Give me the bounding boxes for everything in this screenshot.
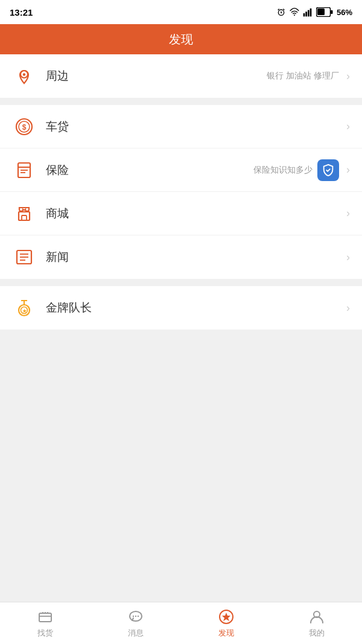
cargo-tab-label: 找货 xyxy=(37,628,53,639)
battery-icon xyxy=(316,7,333,17)
tab-item-discover[interactable]: 发现 xyxy=(181,602,272,644)
tab-item-cargo[interactable]: 找货 xyxy=(0,602,91,644)
svg-text:$: $ xyxy=(22,123,27,132)
svg-marker-35 xyxy=(222,613,230,621)
shield-badge-icon xyxy=(322,164,335,177)
menu-item-nearby[interactable]: 周边 银行 加油站 修理厂 › xyxy=(0,54,362,98)
svg-point-32 xyxy=(135,615,136,616)
captain-label: 金牌队长 xyxy=(46,300,344,316)
carloan-right: › xyxy=(344,120,350,133)
menu-group-1: 周边 银行 加油站 修理厂 › xyxy=(0,54,362,98)
menu-item-insurance[interactable]: 保险 保险知识知多少 › xyxy=(0,148,362,192)
nearby-label: 周边 xyxy=(46,68,267,84)
svg-point-31 xyxy=(133,615,134,616)
insurance-right: 保险知识知多少 › xyxy=(253,159,350,181)
nearby-chevron: › xyxy=(346,70,350,83)
svg-point-33 xyxy=(138,615,139,616)
nearby-hint: 银行 加油站 修理厂 xyxy=(267,71,339,81)
carloan-chevron: › xyxy=(346,120,350,133)
svg-line-2 xyxy=(283,9,284,10)
svg-rect-7 xyxy=(310,8,312,16)
wifi-icon xyxy=(290,7,299,17)
insurance-label: 保险 xyxy=(46,162,253,178)
separator-2 xyxy=(0,279,362,286)
discover-tab-icon xyxy=(218,608,235,625)
tab-item-mine[interactable]: 我的 xyxy=(272,602,362,644)
tab-bar: 找货 消息 发现 xyxy=(0,602,362,644)
svg-rect-9 xyxy=(331,10,333,14)
menu-item-shop[interactable]: 商城 › xyxy=(0,192,362,235)
svg-rect-10 xyxy=(317,8,325,15)
svg-point-3 xyxy=(294,14,295,16)
medal-icon: ★ xyxy=(12,296,36,320)
news-right: › xyxy=(344,251,350,264)
svg-point-12 xyxy=(23,73,25,75)
mine-tab-icon xyxy=(308,608,325,625)
signal-icon xyxy=(303,7,313,17)
mine-tab-label: 我的 xyxy=(309,628,325,639)
captain-right: › xyxy=(344,302,350,314)
shop-right: › xyxy=(344,207,350,220)
menu-group-2: $ 车贷 › 保险 保险知识知多少 xyxy=(0,105,362,279)
menu-item-news[interactable]: 新闻 › xyxy=(0,235,362,279)
separator-1 xyxy=(0,98,362,105)
menu-item-captain[interactable]: ★ 金牌队长 › xyxy=(0,286,362,330)
status-time: 13:21 xyxy=(10,7,33,18)
shop-chevron: › xyxy=(346,207,350,220)
news-chevron: › xyxy=(346,251,350,264)
insurance-icon xyxy=(12,158,36,182)
nav-title: 发现 xyxy=(169,31,193,48)
content: 周边 银行 加油站 修理厂 › $ 车贷 › xyxy=(0,54,362,602)
svg-rect-5 xyxy=(305,11,307,16)
svg-rect-6 xyxy=(308,10,310,17)
nav-bar: 发现 xyxy=(0,24,362,54)
status-bar: 13:21 56% xyxy=(0,0,362,24)
loan-icon: $ xyxy=(12,115,36,139)
news-label: 新闻 xyxy=(46,249,344,265)
empty-space xyxy=(0,330,362,602)
cargo-tab-icon xyxy=(37,608,54,625)
menu-group-3: ★ 金牌队长 › xyxy=(0,286,362,330)
message-tab-icon xyxy=(127,608,144,625)
insurance-badge[interactable] xyxy=(317,159,339,181)
battery-percent: 56% xyxy=(337,8,352,17)
location-icon xyxy=(12,64,36,88)
discover-tab-label: 发现 xyxy=(218,628,234,639)
carloan-label: 车贷 xyxy=(46,119,344,135)
message-tab-label: 消息 xyxy=(128,628,144,639)
status-right: 56% xyxy=(276,7,352,17)
nearby-right: 银行 加油站 修理厂 › xyxy=(267,70,350,83)
svg-text:★: ★ xyxy=(22,308,27,314)
captain-chevron: › xyxy=(346,302,350,314)
svg-line-1 xyxy=(278,9,279,10)
insurance-hint: 保险知识知多少 xyxy=(253,165,313,176)
shop-icon xyxy=(12,202,36,226)
svg-rect-20 xyxy=(19,212,30,220)
alarm-icon xyxy=(276,7,286,17)
tab-item-message[interactable]: 消息 xyxy=(91,602,181,644)
insurance-chevron: › xyxy=(346,164,350,176)
svg-rect-29 xyxy=(39,613,51,622)
shop-label: 商城 xyxy=(46,206,344,222)
menu-item-carloan[interactable]: $ 车贷 › xyxy=(0,105,362,148)
svg-rect-21 xyxy=(22,215,27,220)
news-icon xyxy=(12,245,36,269)
svg-rect-4 xyxy=(303,13,305,16)
